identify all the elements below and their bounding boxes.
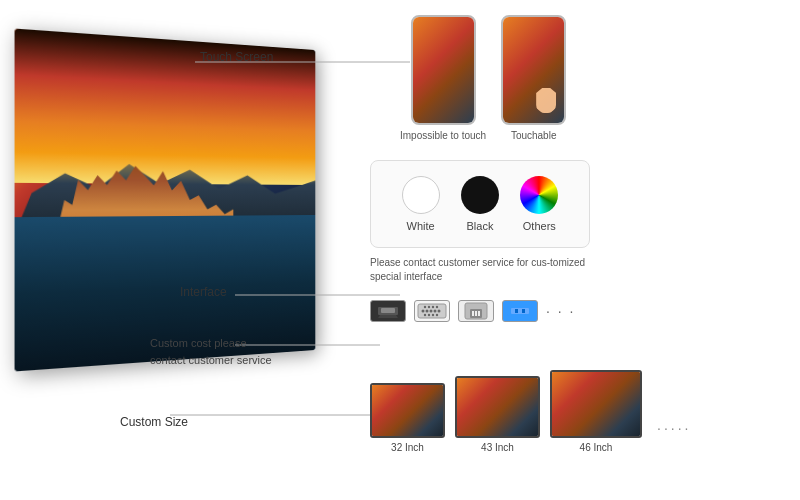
size-32-label: 32 Inch [391,442,424,453]
custom-size-section: 32 Inch 43 Inch 46 Inch ..... [370,370,750,453]
touch-images: Impossible to touch Touchable [400,15,566,141]
size-32[interactable]: 32 Inch [370,383,445,453]
svg-rect-26 [472,311,474,316]
svg-rect-9 [381,308,395,313]
others-label: Others [523,220,556,232]
color-black[interactable]: Black [461,176,499,232]
svg-marker-8 [378,315,398,318]
usb-icon [502,300,538,322]
svg-point-18 [432,306,434,308]
svg-point-21 [428,314,430,316]
rj45-icon [458,300,494,322]
svg-point-11 [422,310,425,313]
svg-point-19 [436,306,438,308]
thumb-frame-43 [455,376,540,438]
size-43[interactable]: 43 Inch [455,376,540,453]
svg-point-23 [436,314,438,316]
phone-screen-touchable [503,17,564,123]
svg-point-12 [426,310,429,313]
interface-icons: · · · [370,300,750,322]
main-container: Touch Screen Interface Custom cost pleas… [0,0,800,500]
touch-screen-section: Impossible to touch Touchable [400,15,566,141]
black-label: Black [467,220,494,232]
svg-rect-32 [522,309,525,313]
color-options-box: White Black Others [370,160,590,248]
size-46[interactable]: 46 Inch [550,370,642,453]
size-more-dots: ..... [657,417,691,453]
svg-point-13 [430,310,433,313]
phone-frame-touchable [501,15,566,125]
impossible-caption: Impossible to touch [400,130,486,141]
tv-frame [15,29,316,372]
svg-rect-31 [515,309,518,313]
touchable-caption: Touchable [511,130,557,141]
svg-rect-28 [478,311,480,316]
vga-icon [414,300,450,322]
color-others[interactable]: Others [520,176,558,232]
size-43-label: 43 Inch [481,442,514,453]
white-circle [402,176,440,214]
size-46-label: 46 Inch [580,442,613,453]
thumb-frame-32 [370,383,445,438]
interface-section: · · · [370,300,750,322]
phone-touchable: Touchable [501,15,566,141]
size-thumbnails: 32 Inch 43 Inch 46 Inch ..... [370,370,750,453]
phone-impossible: Impossible to touch [400,15,486,141]
color-note: Please contact customer service for cus-… [370,256,590,284]
others-circle [520,176,558,214]
svg-point-15 [438,310,441,313]
svg-point-20 [424,314,426,316]
svg-point-22 [432,314,434,316]
black-circle [461,176,499,214]
svg-point-14 [434,310,437,313]
phone-screen-impossible [413,17,474,123]
white-label: White [407,220,435,232]
thumb-frame-46 [550,370,642,438]
svg-rect-30 [511,308,529,314]
tv-screen [15,29,316,372]
phone-frame-impossible [411,15,476,125]
svg-point-17 [428,306,430,308]
interface-more-dots: · · · [546,303,575,319]
color-white[interactable]: White [402,176,440,232]
thumb-screen-46 [552,372,640,436]
tv-display [20,40,350,420]
thumb-screen-43 [457,378,538,436]
svg-point-16 [424,306,426,308]
right-panel: Impossible to touch Touchable White [370,15,780,485]
svg-rect-27 [475,311,477,316]
color-section: White Black Others Please contact custom… [370,160,630,284]
hdmi-icon [370,300,406,322]
thumb-screen-32 [372,385,443,436]
